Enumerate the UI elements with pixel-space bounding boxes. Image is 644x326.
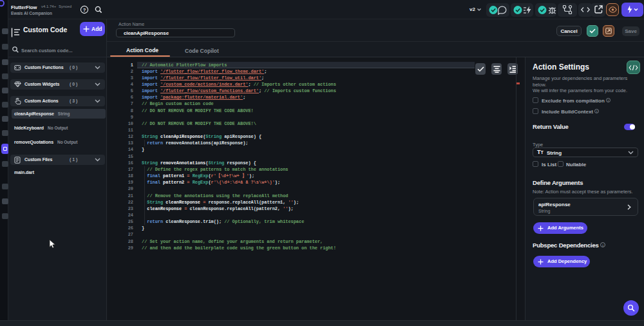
svg-text:?: ? bbox=[83, 7, 86, 13]
